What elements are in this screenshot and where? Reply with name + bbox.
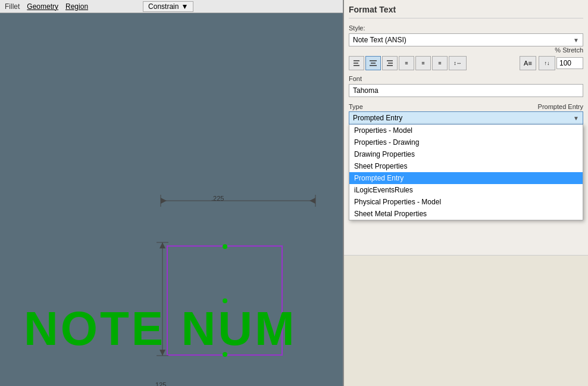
- type-label: Type: [349, 103, 538, 110]
- handle-top[interactable]: [223, 244, 227, 249]
- align-left-icon: [352, 59, 361, 67]
- stretch-row: % Stretch: [349, 46, 583, 54]
- constrain-button[interactable]: Constrain ▼: [143, 1, 193, 12]
- lower-area: [344, 255, 588, 386]
- dropdown-item-1[interactable]: Properties - Drawing: [349, 136, 583, 148]
- style-value: Note Text (ANSI): [353, 36, 406, 44]
- spacing-btn[interactable]: ↕↔: [449, 56, 467, 70]
- align-left-btn[interactable]: [349, 56, 364, 70]
- type-header-row: Type Prompted Entry: [349, 103, 583, 110]
- dim-label-top: .225: [211, 195, 224, 202]
- align-stretch-row: ≡ ≡ ≡ ↕↔ A≡ ↑↓: [349, 56, 583, 70]
- type-dropdown-selected[interactable]: Prompted Entry ▼: [349, 111, 583, 124]
- stretch-label: % Stretch: [555, 46, 583, 54]
- svg-marker-6: [159, 242, 165, 248]
- format-text-panel: Format Text Style: Note Text (ANSI) ▼ % …: [343, 0, 588, 386]
- justify-right-btn[interactable]: ≡: [432, 56, 448, 70]
- style-label: Style:: [349, 24, 583, 32]
- justify-center-btn[interactable]: ≡: [415, 56, 431, 70]
- dropdown-item-6[interactable]: Physical Properties - Model: [349, 196, 583, 208]
- dropdown-item-3[interactable]: Sheet Properties: [349, 160, 583, 172]
- type-selected-value: Prompted Entry: [353, 114, 402, 122]
- dim-label-bottom: .125: [154, 381, 166, 386]
- align-center-btn[interactable]: [365, 56, 381, 70]
- canvas-area[interactable]: .225 .125 NOTE NUM: [0, 13, 343, 386]
- align-right-btn[interactable]: [382, 56, 398, 70]
- svg-marker-2: [309, 198, 315, 204]
- dropdown-item-4[interactable]: Prompted Entry: [349, 172, 583, 184]
- dropdown-item-0[interactable]: Properties - Model: [349, 124, 583, 136]
- fillet-link[interactable]: Fillet: [5, 2, 20, 11]
- prompted-entry-label: Prompted Entry: [538, 103, 583, 110]
- dropdown-item-7[interactable]: Sheet Metal Properties: [349, 208, 583, 220]
- constrain-dropdown-icon: ▼: [181, 2, 188, 11]
- note-num-text: NOTE NUM: [24, 301, 297, 356]
- geometry-link[interactable]: Geometry: [27, 2, 58, 11]
- text-style-btn[interactable]: A≡: [520, 56, 536, 70]
- stretch-input[interactable]: [556, 57, 583, 69]
- font-input[interactable]: [349, 84, 583, 97]
- canvas-content: .225 .125 NOTE NUM: [0, 13, 343, 386]
- style-dropdown[interactable]: Note Text (ANSI) ▼: [349, 33, 583, 46]
- dropdown-item-5[interactable]: iLogicEventsRules: [349, 184, 583, 196]
- svg-marker-1: [161, 198, 167, 204]
- dropdown-item-2[interactable]: Drawing Properties: [349, 148, 583, 160]
- align-buttons: ≡ ≡ ≡ ↕↔: [349, 56, 517, 70]
- region-link[interactable]: Region: [65, 2, 88, 11]
- justify-left-btn[interactable]: ≡: [399, 56, 414, 70]
- align-right-icon: [386, 59, 394, 67]
- dimension-top-svg: [155, 192, 321, 210]
- type-dropdown-arrow: ▼: [573, 115, 579, 122]
- panel-title: Format Text: [349, 5, 583, 18]
- line-spacing-btn[interactable]: ↑↓: [539, 56, 555, 70]
- style-dropdown-arrow: ▼: [573, 37, 579, 43]
- align-center-icon: [369, 59, 377, 67]
- type-dropdown-container: Prompted Entry ▼ Properties - Model Prop…: [349, 111, 583, 124]
- type-dropdown-open: Properties - Model Properties - Drawing …: [349, 124, 583, 220]
- font-label: Font: [349, 75, 583, 82]
